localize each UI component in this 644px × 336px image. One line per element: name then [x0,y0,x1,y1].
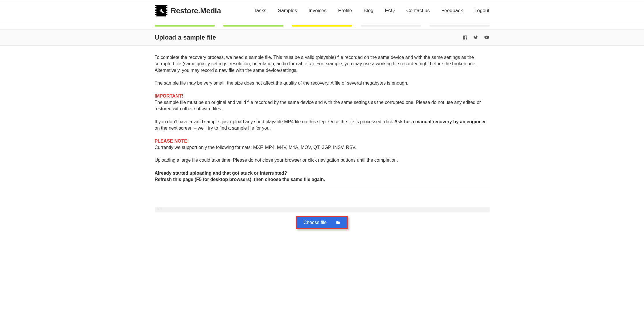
title-bar: Upload a sample file [0,29,644,46]
main-nav: Tasks Samples Invoices Profile Blog FAQ … [254,8,489,14]
choose-file-highlight: Choose file [296,216,348,229]
stuck-upload-a: Refresh this page (F5 for desktop browse… [155,177,325,182]
stuck-upload-q: Already started uploading and that got s… [155,170,490,176]
manual-recovery-paragraph: If you don't have a valid sample, just u… [155,119,490,132]
nav-logout[interactable]: Logout [475,8,490,14]
logo[interactable]: Restore.Media [155,5,221,16]
note-label: PLEASE NOTE: [155,139,189,143]
nav-faq[interactable]: FAQ [385,8,395,14]
stuck-upload-paragraph: Already started uploading and that got s… [155,170,490,183]
nav-invoices[interactable]: Invoices [309,8,326,14]
nav-contact[interactable]: Contact us [406,8,430,14]
progress-step-2 [223,25,283,27]
choose-file-button[interactable]: Choose file [297,217,347,228]
choose-file-label: Choose file [303,220,326,225]
manual-recovery-prefix: If you don't have a valid sample, just u… [155,119,394,124]
formats-text: Currently we support only the following … [155,144,490,151]
upload-progress-bar: 0% [155,207,490,212]
page-title: Upload a sample file [155,34,216,41]
intro-paragraph-2: The sample file may be very small, the s… [155,80,490,86]
progress-step-3 [292,25,352,27]
progress-step-1 [155,25,215,27]
main-header: Restore.Media Tasks Samples Invoices Pro… [0,0,644,21]
main-content: To complete the recovery process, we nee… [155,54,490,189]
nav-profile[interactable]: Profile [338,8,352,14]
progress-step-5 [430,25,490,27]
youtube-icon[interactable] [484,35,490,40]
progress-steps [155,25,490,27]
separator [155,189,490,189]
facebook-icon[interactable] [462,35,468,40]
social-links [462,35,490,40]
nav-blog[interactable]: Blog [364,8,374,14]
brand-name: Restore.Media [171,6,221,15]
nav-samples[interactable]: Samples [278,8,297,14]
manual-recovery-bold: Ask for a manual recovery by an engineer [394,119,486,124]
large-file-warning: Uploading a large file could take time. … [155,157,490,163]
important-label: IMPORTANT! [155,94,183,98]
film-wrench-icon [155,5,167,16]
nav-tasks[interactable]: Tasks [254,8,266,14]
progress-step-4 [361,25,421,27]
important-text: The sample file must be an original and … [155,99,490,112]
twitter-icon[interactable] [473,35,479,40]
nav-feedback[interactable]: Feedback [441,8,463,14]
intro-paragraph-1: To complete the recovery process, we nee… [155,54,490,74]
manual-recovery-suffix: on the next screen – we'll try to find a… [155,126,271,130]
upload-percent: 0% [157,207,162,211]
folder-open-icon [335,221,341,225]
